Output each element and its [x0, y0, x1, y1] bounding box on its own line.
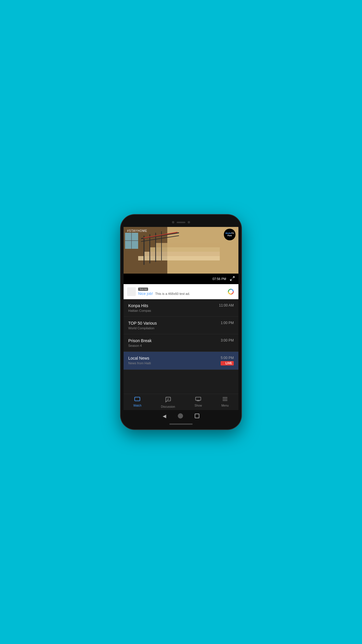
schedule-title-0: Konpa Hits	[128, 303, 151, 308]
schedule-subtitle-0: Haitian Compas	[128, 309, 151, 312]
ad-left-image	[127, 287, 136, 296]
brand-logo: MediaTVPam	[224, 229, 236, 240]
video-controls-bar: 07:56 PM	[124, 274, 238, 284]
schedule-item-left-0: Konpa Hits Haitian Compas	[128, 303, 151, 312]
schedule-item-left-2: Prison Break Season 4	[128, 338, 152, 347]
video-scene	[124, 227, 238, 274]
video-time: 07:56 PM	[212, 277, 226, 281]
ad-label: Test Ad	[138, 288, 148, 291]
nav-label-menu: Menu	[222, 404, 229, 407]
show-icon	[195, 396, 201, 403]
hashtag-label: #STAYHOME	[127, 229, 147, 232]
schedule-time-1: 1:00 PM	[221, 321, 234, 325]
watch-icon	[134, 396, 140, 403]
schedule-title-2: Prison Break	[128, 338, 152, 343]
home-bar-area: ◀	[124, 410, 238, 422]
schedule-time-2: 3:00 PM	[221, 338, 234, 342]
fullscreen-icon[interactable]	[230, 276, 235, 282]
svg-rect-19	[135, 397, 140, 401]
schedule-item-top50[interactable]: TOP 50 Various World Compilation 1:00 PM	[124, 317, 238, 334]
svg-line-17	[230, 279, 232, 280]
nav-label-show: Show	[195, 404, 202, 407]
schedule-item-right-2: 3:00 PM	[221, 338, 234, 344]
notch-area	[124, 218, 238, 227]
svg-line-16	[233, 276, 234, 278]
menu-icon	[222, 396, 228, 403]
schedule-item-right-3: 5:00 PM LIVE	[221, 356, 234, 365]
ad-brand-icon	[227, 288, 235, 296]
screen: #STAYHOME MediaTVPam 07:56 PM	[124, 227, 238, 410]
video-player[interactable]: #STAYHOME MediaTVPam 07:56 PM	[124, 227, 238, 284]
schedule-subtitle-3: News from Haiti	[128, 361, 151, 365]
svg-rect-2	[138, 256, 220, 260]
schedule-time-3: 5:00 PM	[221, 356, 234, 360]
schedule-item-right-0: 11:00 AM	[219, 303, 234, 309]
schedule-title-1: TOP 50 Various	[128, 321, 157, 326]
brand-text: MediaTVPam	[226, 232, 234, 237]
schedule-item-konpa[interactable]: Konpa Hits Haitian Compas 11:00 AM	[124, 299, 238, 317]
video-thumbnail: #STAYHOME MediaTVPam	[124, 227, 238, 274]
svg-rect-5	[156, 243, 220, 247]
nav-item-menu[interactable]: Menu	[222, 396, 229, 408]
schedule-item-prison-break[interactable]: Prison Break Season 4 3:00 PM	[124, 334, 238, 352]
recents-button[interactable]	[195, 414, 199, 418]
bottom-nav: Watch Discussion	[124, 394, 238, 410]
nav-item-discussion[interactable]: Discussion	[161, 396, 175, 408]
svg-rect-22	[196, 397, 201, 400]
schedule-subtitle-2: Season 4	[128, 344, 152, 347]
nav-label-discussion: Discussion	[161, 405, 175, 408]
camera-dot	[172, 221, 174, 223]
home-button[interactable]	[178, 413, 183, 419]
ad-nice-text: Nice job!	[138, 291, 153, 296]
ad-description: This is a 468x60 test ad.	[155, 292, 190, 295]
svg-rect-4	[150, 247, 220, 252]
discussion-icon	[165, 396, 171, 404]
ad-content: Test Ad Nice job! This is a 468x60 test …	[138, 288, 224, 296]
ad-main: Nice job! This is a 468x60 test ad.	[138, 291, 224, 296]
camera-dot-2	[188, 221, 190, 223]
schedule-time-0: 11:00 AM	[219, 303, 234, 307]
nav-label-watch: Watch	[133, 404, 141, 407]
live-badge: LIVE	[221, 361, 234, 365]
schedule-subtitle-1: World Compilation	[128, 326, 157, 330]
ad-banner[interactable]: Test Ad Nice job! This is a 468x60 test …	[124, 284, 238, 299]
bottom-pill	[169, 424, 193, 425]
schedule-item-local-news[interactable]: Local News News from Haiti 5:00 PM LIVE	[124, 352, 238, 370]
schedule-item-left-3: Local News News from Haiti	[128, 356, 151, 365]
schedule-item-left-1: TOP 50 Various World Compilation	[128, 321, 157, 330]
phone-bottom-bar	[124, 422, 238, 426]
nav-item-watch[interactable]: Watch	[133, 396, 141, 408]
schedule-item-right-1: 1:00 PM	[221, 321, 234, 326]
schedule-list: Konpa Hits Haitian Compas 11:00 AM TOP 5…	[124, 299, 238, 394]
back-button[interactable]: ◀	[163, 413, 166, 419]
nav-item-show[interactable]: Show	[195, 396, 202, 408]
schedule-title-3: Local News	[128, 356, 151, 360]
speaker-bar	[177, 222, 185, 223]
